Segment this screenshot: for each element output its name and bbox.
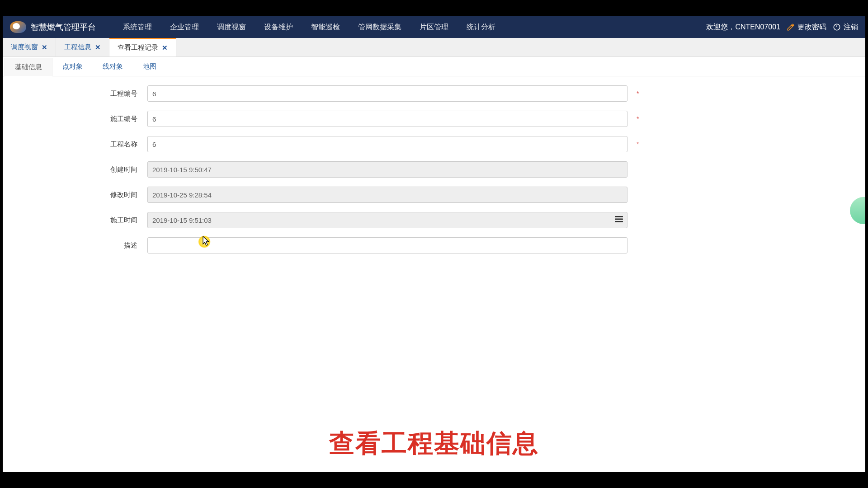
form-basic-info: 工程编号 * 施工编号 * 工程名称 * 创建时间 修改时间 施工时间 xyxy=(3,76,865,472)
required-icon: * xyxy=(637,90,639,97)
input-description[interactable] xyxy=(147,237,627,253)
video-caption: 查看工程基础信息 xyxy=(329,427,539,461)
tab-label: 调度视窗 xyxy=(11,43,38,52)
main-tabs: 调度视窗 ✕ 工程信息 ✕ 查看工程记录 ✕ xyxy=(3,38,865,57)
label-work-time: 施工时间 xyxy=(21,216,147,225)
app-header: 智慧燃气管理平台 系统管理 企业管理 调度视窗 设备维护 智能巡检 管网数据采集… xyxy=(3,16,865,38)
subtab-line-object[interactable]: 线对象 xyxy=(93,58,133,76)
label-created-time: 创建时间 xyxy=(21,165,147,174)
close-icon[interactable]: ✕ xyxy=(162,44,168,52)
nav-pipe-data[interactable]: 管网数据采集 xyxy=(358,23,401,32)
input-created-time xyxy=(147,161,627,178)
nav-stats[interactable]: 统计分析 xyxy=(467,23,495,32)
subtab-map[interactable]: 地图 xyxy=(133,58,166,76)
svg-rect-3 xyxy=(615,221,623,222)
app-title: 智慧燃气管理平台 xyxy=(31,22,96,33)
tab-label: 查看工程记录 xyxy=(118,43,158,52)
nav-equipment[interactable]: 设备维护 xyxy=(264,23,293,32)
input-work-time[interactable] xyxy=(147,212,627,228)
close-icon[interactable]: ✕ xyxy=(95,43,101,52)
input-project-code[interactable] xyxy=(147,85,627,102)
tab-label: 工程信息 xyxy=(64,43,91,52)
input-work-code[interactable] xyxy=(147,111,627,127)
tab-view-project-record[interactable]: 查看工程记录 ✕ xyxy=(109,38,176,56)
label-modified-time: 修改时间 xyxy=(21,191,147,199)
svg-rect-2 xyxy=(615,219,623,220)
input-modified-time xyxy=(147,187,627,203)
subtab-basic-info[interactable]: 基础信息 xyxy=(5,58,52,76)
label-work-code: 施工编号 xyxy=(21,115,147,123)
nav-area[interactable]: 片区管理 xyxy=(420,23,448,32)
nav-dispatch[interactable]: 调度视窗 xyxy=(217,23,246,32)
logout-button[interactable]: 注销 xyxy=(833,23,858,32)
required-icon: * xyxy=(637,115,639,122)
nav-system[interactable]: 系统管理 xyxy=(123,23,152,32)
nav-enterprise[interactable]: 企业管理 xyxy=(170,23,199,32)
datetime-picker-icon[interactable] xyxy=(615,216,623,225)
welcome-text: 欢迎您，CNTEN07001 xyxy=(706,23,780,32)
main-nav: 系统管理 企业管理 调度视窗 设备维护 智能巡检 管网数据采集 片区管理 统计分… xyxy=(123,23,495,32)
required-icon: * xyxy=(637,141,639,148)
logout-icon xyxy=(833,23,841,31)
logo-area: 智慧燃气管理平台 xyxy=(10,21,96,33)
label-description: 描述 xyxy=(21,241,147,250)
sub-tabs: 基础信息 点对象 线对象 地图 xyxy=(3,57,865,76)
input-project-name[interactable] xyxy=(147,136,627,152)
change-password-label: 更改密码 xyxy=(797,23,826,32)
logo-icon xyxy=(10,21,26,33)
user-area: 欢迎您，CNTEN07001 更改密码 注销 xyxy=(706,23,858,32)
label-project-code: 工程编号 xyxy=(21,89,147,98)
subtab-point-object[interactable]: 点对象 xyxy=(52,58,93,76)
close-icon[interactable]: ✕ xyxy=(42,43,47,52)
tab-project-info[interactable]: 工程信息 ✕ xyxy=(56,38,109,56)
logout-label: 注销 xyxy=(844,23,858,32)
label-project-name: 工程名称 xyxy=(21,140,147,149)
nav-inspection[interactable]: 智能巡检 xyxy=(311,23,340,32)
edit-icon xyxy=(787,23,795,31)
change-password-button[interactable]: 更改密码 xyxy=(787,23,826,32)
svg-rect-1 xyxy=(615,216,623,217)
tab-dispatch[interactable]: 调度视窗 ✕ xyxy=(3,38,56,56)
